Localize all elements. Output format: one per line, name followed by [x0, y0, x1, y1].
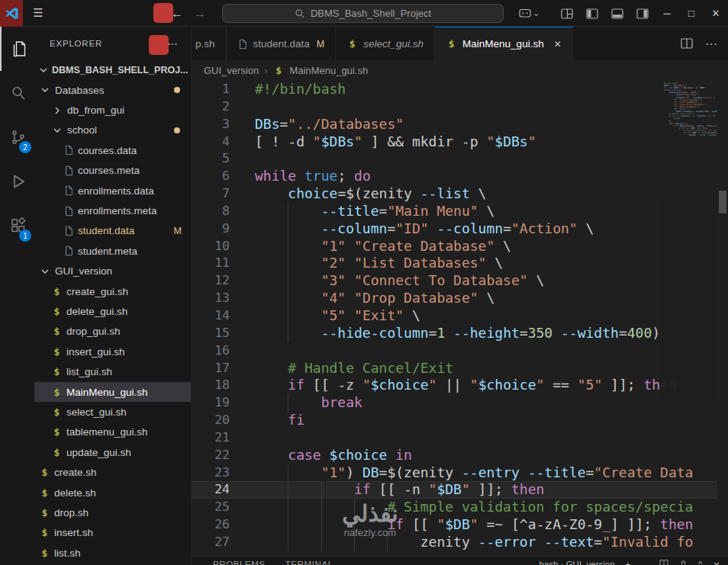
code-line-16[interactable]: 16 [192, 342, 728, 360]
code-line-24[interactable]: 24if [[ -n "$DB" ]]; then [192, 481, 728, 499]
editor-more-actions-icon[interactable]: ⋯ [705, 37, 717, 51]
code-line-9[interactable]: 9--column="ID" --column="Action" \ [192, 220, 728, 238]
code-line-22[interactable]: 22case $choice in [192, 447, 728, 464]
tree-folder-db_from_gui[interactable]: db_from_gui [34, 100, 191, 120]
code-line-5[interactable]: 5 [192, 150, 728, 168]
explorer-more-actions-icon[interactable]: ⋯ [167, 37, 179, 50]
chat-icon [519, 8, 531, 19]
scrollbar-thumb[interactable] [719, 191, 726, 213]
tree-file-courses.data[interactable]: courses.data [34, 140, 191, 160]
breadcrumb-folder[interactable]: GUI_version [204, 65, 259, 76]
code-line-2[interactable]: 2 [192, 98, 728, 116]
extensions-icon[interactable]: 1 [0, 204, 34, 248]
tree-folder-Databases[interactable]: Databases [34, 80, 191, 100]
source-control-icon[interactable]: 2 [0, 115, 34, 159]
close-button[interactable]: ✕ [704, 0, 728, 27]
tree-root-folder[interactable]: DBMS_BASH_SHELL_PROJ... [34, 60, 191, 80]
code-line-7[interactable]: 7choice=$(zenity --list \ [192, 185, 728, 203]
tree-file-delete_gui.sh[interactable]: $delete_gui.sh [34, 301, 191, 321]
split-editor-icon[interactable] [681, 38, 693, 49]
minimize-button[interactable]: ─ [655, 0, 679, 27]
tree-file-enrollments.meta[interactable]: enrollments.meta [34, 201, 191, 220]
code-line-25[interactable]: 25# Simple validation for spaces/specia [192, 499, 728, 516]
maximize-panel-icon[interactable]: ^ [698, 560, 702, 565]
code-line-3[interactable]: 3DBs="../Databases" [192, 116, 728, 133]
minimap[interactable]: #!/bin/bashDBs="../Databases"[ ! -d "$DB… [661, 80, 717, 400]
terminal-instance-label[interactable]: bash · GUI_version [540, 560, 615, 565]
split-terminal-icon[interactable] [659, 560, 668, 565]
search-view-icon[interactable] [0, 71, 34, 115]
customize-layout-icon[interactable] [554, 0, 579, 27]
tab-student.data[interactable]: student.dataM [227, 27, 337, 60]
tree-file-student.meta[interactable]: student.meta [34, 241, 191, 261]
code-line-15[interactable]: 15--hide-column=1 --height=350 --width=4… [192, 325, 728, 342]
file-label: student.data [78, 225, 134, 236]
code-line-17[interactable]: 17# Handle Cancel/Exit [192, 360, 728, 377]
tree-file-enrollments.data[interactable]: enrollments.data [34, 181, 191, 201]
tree-file-drop_gui.sh[interactable]: $drop_gui.sh [34, 322, 191, 342]
panel-tab-problems[interactable]: PROBLEMS [213, 560, 266, 565]
git-modified-dot [174, 87, 180, 93]
kill-terminal-icon[interactable] [679, 560, 688, 565]
close-panel-icon[interactable]: ✕ [713, 560, 720, 565]
copilot-menu-icon[interactable]: ⌄ [517, 0, 542, 27]
tree-file-drop.sh[interactable]: $drop.sh [34, 502, 191, 522]
overlay-red-square-2[interactable] [149, 35, 169, 55]
tree-file-update_gui.sh[interactable]: $update_gui.sh [34, 442, 191, 462]
panel-tab-terminal[interactable]: TERMINAL [285, 560, 333, 565]
file-label: courses.meta [78, 165, 140, 176]
code-line-12[interactable]: 12"3" "Connect To Database" \ [192, 272, 728, 290]
tree-file-create.sh[interactable]: $create.sh [34, 462, 191, 482]
maximize-button[interactable]: □ [679, 0, 704, 27]
tree-file-select_gui.sh[interactable]: $select_gui.sh [34, 402, 191, 422]
terminal-dropdown-icon[interactable]: ⌄ [641, 560, 649, 565]
tree-file-list.sh[interactable]: $list.sh [34, 543, 191, 563]
code-editor[interactable]: 1#!/bin/bash23DBs="../Databases"4[ ! -d … [192, 80, 728, 565]
code-line-27[interactable]: 27zenity --error --text="Invalid fo [192, 534, 728, 551]
explorer-icon[interactable] [0, 27, 34, 71]
code-line-11[interactable]: 11"2" "List Databases" \ [192, 255, 728, 272]
code-line-18[interactable]: 18if [[ -z "$choice" || "$choice" == "5"… [192, 377, 728, 394]
code-line-13[interactable]: 13"4" "Drop Database" \ [192, 290, 728, 307]
menu-icon[interactable]: ☰ [23, 6, 53, 20]
code-line-6[interactable]: 6while true; do [192, 168, 728, 185]
tree-folder-school[interactable]: school [34, 120, 191, 140]
tree-file-insert_gui.sh[interactable]: $insert_gui.sh [34, 342, 191, 361]
tree-file-MainMenu_gui.sh[interactable]: $MainMenu_gui.sh [34, 382, 191, 402]
close-icon[interactable]: ✕ [554, 39, 562, 50]
code-line-1[interactable]: 1#!/bin/bash [192, 81, 728, 98]
toggle-panel-icon[interactable] [604, 0, 630, 27]
overlay-red-square-1[interactable] [153, 3, 173, 23]
code-line-4[interactable]: 4[ ! -d "$DBs" ] && mkdir -p "$DBs" [192, 133, 728, 151]
breadcrumb-file[interactable]: MainMenu_gui.sh [290, 65, 369, 76]
tree-folder-GUI_version[interactable]: GUI_version [34, 262, 191, 281]
toggle-secondary-sidebar-icon[interactable] [630, 0, 655, 27]
code-line-23[interactable]: 23"1") DB=$(zenity --entry --title="Crea… [192, 464, 728, 482]
file-icon [63, 226, 74, 236]
code-line-14[interactable]: 14"5" "Exit" \ [192, 307, 728, 325]
tree-file-create_gui.sh[interactable]: $create_gui.sh [34, 281, 191, 301]
command-center[interactable]: DBMS_Bash_Shell_Project [222, 4, 504, 23]
tree-file-courses.meta[interactable]: courses.meta [34, 161, 191, 181]
code-line-8[interactable]: 8--title="Main Menu" \ [192, 203, 728, 220]
tab-select_gui.sh[interactable]: $select_gui.sh [336, 27, 435, 60]
tree-file-list_gui.sh[interactable]: $list_gui.sh [34, 361, 191, 381]
code-line-26[interactable]: 26if [[ "$DB" =~ [^a-zA-Z0-9_] ]]; then [192, 516, 728, 534]
shell-file-icon: $ [39, 507, 50, 518]
run-debug-icon[interactable] [0, 159, 34, 204]
tree-file-student.data[interactable]: student.dataM [34, 221, 191, 241]
forward-icon[interactable]: → [194, 7, 206, 21]
new-terminal-icon[interactable]: + [626, 560, 631, 565]
tab-p.sh[interactable]: p.sh [192, 27, 227, 60]
vertical-scrollbar[interactable] [717, 80, 728, 565]
code-line-20[interactable]: 20fi [192, 412, 728, 429]
tab-MainMenu_gui.sh[interactable]: $MainMenu_gui.sh✕ [435, 27, 573, 60]
tree-file-delete.sh[interactable]: $delete.sh [34, 483, 191, 502]
tree-file-insert.sh[interactable]: $insert.sh [34, 523, 191, 543]
code-line-19[interactable]: 19break [192, 394, 728, 412]
toggle-primary-sidebar-icon[interactable] [579, 0, 604, 27]
code-line-21[interactable]: 21 [192, 429, 728, 447]
code-line-10[interactable]: 10"1" "Create Database" \ [192, 238, 728, 255]
tree-file-tablemenu_gui.sh[interactable]: $tablemenu_gui.sh [34, 422, 191, 442]
line-number: 27 [192, 534, 230, 551]
